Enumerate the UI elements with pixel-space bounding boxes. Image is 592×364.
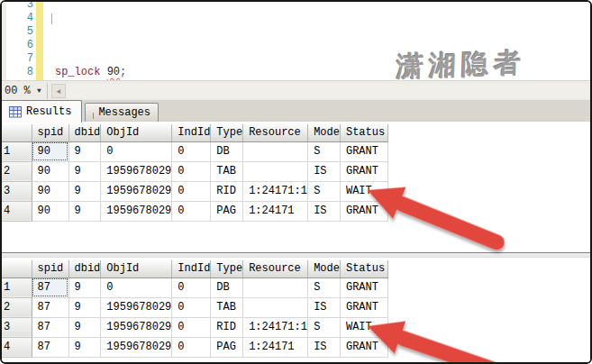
column-header-mode[interactable]: Mode xyxy=(308,124,341,141)
cell[interactable]: DB xyxy=(211,141,243,161)
cell[interactable] xyxy=(243,161,308,181)
code-line[interactable]: sp_lock 90; xyxy=(55,66,126,79)
cell[interactable]: 9 xyxy=(68,161,101,181)
cell[interactable]: 87 xyxy=(32,317,68,337)
cell[interactable]: 1959678029 xyxy=(101,181,172,201)
cell[interactable]: 0 xyxy=(101,278,172,297)
cell[interactable]: PAG xyxy=(211,337,243,357)
cell[interactable]: 90 xyxy=(32,181,68,201)
cell-status-wait[interactable]: WAIT xyxy=(340,181,387,201)
cell[interactable]: 0 xyxy=(101,141,172,161)
cell[interactable]: 9 xyxy=(68,297,101,317)
cell[interactable]: 0 xyxy=(172,181,211,201)
cell[interactable]: 0 xyxy=(172,297,211,317)
column-header-dbid[interactable]: dbid xyxy=(68,124,101,141)
cell[interactable]: 87 xyxy=(32,297,68,317)
cell[interactable]: 0 xyxy=(172,278,211,297)
column-header-dbid[interactable]: dbid xyxy=(68,260,101,278)
cell[interactable]: 0 xyxy=(172,201,211,221)
column-header-status[interactable]: Status xyxy=(340,124,387,141)
tab-results[interactable]: Results xyxy=(1,100,82,123)
cell[interactable]: 1:24171:1 xyxy=(243,317,308,337)
outline-region-tick xyxy=(51,14,52,24)
cell[interactable]: GRANT xyxy=(340,337,387,357)
cell[interactable]: GRANT xyxy=(340,297,387,317)
cell[interactable] xyxy=(243,278,308,297)
zoom-dropdown-icon[interactable]: ▼ xyxy=(37,86,41,95)
cell[interactable]: 90 xyxy=(32,161,68,181)
cell[interactable]: 1:24171 xyxy=(243,337,308,357)
cell-spid-selected[interactable]: 87 xyxy=(32,278,68,297)
column-header-spid[interactable]: spid xyxy=(32,124,68,141)
cell[interactable]: 1:24171 xyxy=(243,201,308,221)
column-header-type[interactable]: Type xyxy=(211,124,243,141)
cell[interactable]: 87 xyxy=(32,337,68,357)
cell[interactable]: 1959678029 xyxy=(101,337,172,357)
cell[interactable]: RID xyxy=(211,317,243,337)
code-line[interactable] xyxy=(55,25,126,39)
cell[interactable]: 1959678029 xyxy=(101,317,172,337)
horizontal-scrollbar[interactable] xyxy=(67,84,588,98)
column-header-objid[interactable]: ObjId xyxy=(101,260,172,278)
cell-status-wait[interactable]: WAIT xyxy=(340,317,387,337)
grid-corner[interactable] xyxy=(2,260,32,278)
grid-corner[interactable] xyxy=(2,124,32,141)
cell[interactable]: S xyxy=(308,141,341,161)
zoom-level[interactable]: 00 % xyxy=(5,85,31,97)
cell[interactable]: 1:24171:1 xyxy=(243,181,308,201)
cell[interactable]: 1959678029 xyxy=(101,201,172,221)
cell[interactable]: TAB xyxy=(211,297,243,317)
column-header-resource[interactable]: Resource xyxy=(243,260,308,278)
cell[interactable]: GRANT xyxy=(340,141,387,161)
row-header[interactable]: 3 xyxy=(2,181,32,201)
cell[interactable]: PAG xyxy=(211,201,243,221)
cell[interactable] xyxy=(243,297,308,317)
cell[interactable]: 9 xyxy=(68,278,101,297)
cell[interactable]: IS xyxy=(308,201,341,221)
cell[interactable]: 1959678029 xyxy=(101,161,172,181)
row-header[interactable]: 1 xyxy=(2,141,32,161)
cell[interactable]: GRANT xyxy=(340,201,387,221)
cell[interactable]: 0 xyxy=(172,141,211,161)
column-header-resource[interactable]: Resource xyxy=(243,124,308,141)
cell[interactable]: 0 xyxy=(172,317,211,337)
cell[interactable]: IS xyxy=(308,297,341,317)
row-header[interactable]: 1 xyxy=(2,278,32,297)
cell-spid-selected[interactable]: 90 xyxy=(32,141,68,161)
cell[interactable]: IS xyxy=(308,337,341,357)
column-header-indid[interactable]: IndId xyxy=(172,260,211,278)
cell[interactable]: S xyxy=(308,181,341,201)
cell[interactable]: GRANT xyxy=(340,161,387,181)
cell[interactable]: 0 xyxy=(172,161,211,181)
cell[interactable] xyxy=(243,141,308,161)
row-header[interactable]: 3 xyxy=(2,317,32,337)
sql-code[interactable]: sp_lock 90; GO sp_lock 87; GO xyxy=(55,2,126,80)
cell[interactable]: GRANT xyxy=(340,278,387,297)
cell[interactable]: S xyxy=(308,317,341,337)
cell[interactable]: 1959678029 xyxy=(101,297,172,317)
scrollbar-left-arrow-icon[interactable]: ◄ xyxy=(51,84,66,98)
row-header[interactable]: 2 xyxy=(2,161,32,181)
cell[interactable]: S xyxy=(308,278,341,297)
tab-messages[interactable]: Messages xyxy=(85,103,159,122)
cell[interactable]: 9 xyxy=(68,141,101,161)
column-header-type[interactable]: Type xyxy=(211,260,243,278)
row-header[interactable]: 4 xyxy=(2,337,32,357)
cell[interactable]: 9 xyxy=(68,201,101,221)
cell[interactable]: 0 xyxy=(172,337,211,357)
row-header[interactable]: 4 xyxy=(2,201,32,221)
column-header-spid[interactable]: spid xyxy=(32,260,68,278)
cell[interactable]: DB xyxy=(211,278,243,297)
column-header-indid[interactable]: IndId xyxy=(172,124,211,141)
cell[interactable]: 9 xyxy=(68,181,101,201)
cell[interactable]: 9 xyxy=(68,317,101,337)
row-header[interactable]: 2 xyxy=(2,297,32,317)
cell[interactable]: 9 xyxy=(68,337,101,357)
cell[interactable]: TAB xyxy=(211,161,243,181)
cell[interactable]: 90 xyxy=(32,201,68,221)
column-header-status[interactable]: Status xyxy=(340,260,387,278)
cell[interactable]: IS xyxy=(308,161,341,181)
cell[interactable]: RID xyxy=(211,181,243,201)
column-header-mode[interactable]: Mode xyxy=(308,260,341,278)
column-header-objid[interactable]: ObjId xyxy=(101,124,172,141)
